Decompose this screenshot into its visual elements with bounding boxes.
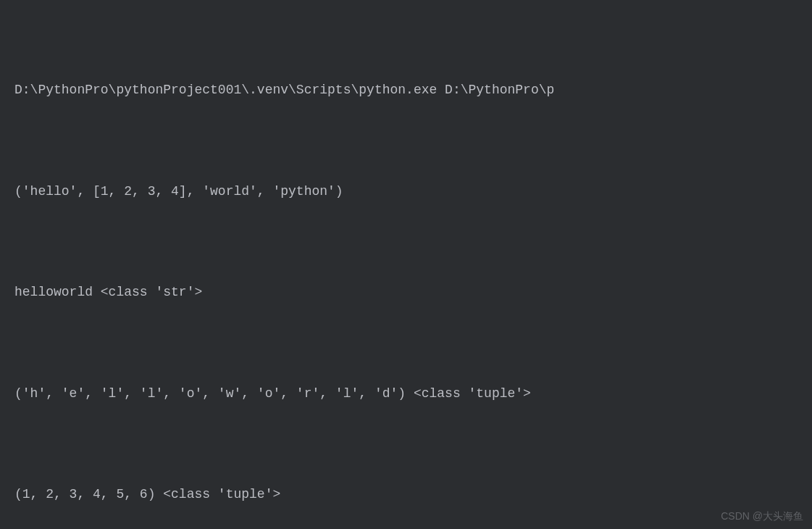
console-output: D:\PythonPro\pythonProject001\.venv\Scri… [0, 0, 812, 529]
console-line: (1, 2, 3, 4, 5, 6) <class 'tuple'> [14, 478, 812, 512]
console-line: D:\PythonPro\pythonProject001\.venv\Scri… [14, 73, 812, 107]
console-line: ('hello', [1, 2, 3, 4], 'world', 'python… [14, 175, 812, 209]
console-line: ('h', 'e', 'l', 'l', 'o', 'w', 'o', 'r',… [14, 377, 812, 411]
console-line: helloworld <class 'str'> [14, 275, 812, 309]
watermark: CSDN @大头海鱼 [721, 510, 803, 523]
